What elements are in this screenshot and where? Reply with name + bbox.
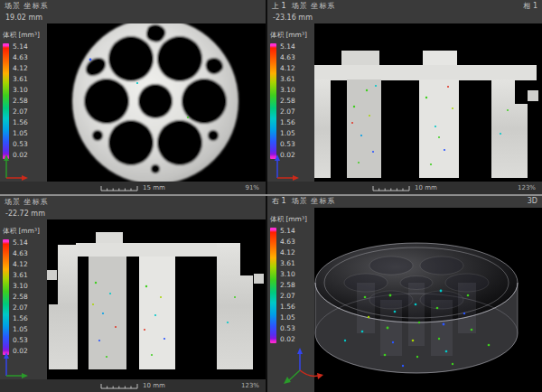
- colorbar-tick: 0.53: [13, 337, 28, 344]
- colorbar-tick: 2.07: [280, 108, 295, 116]
- volume-colorbar[interactable]: [270, 228, 276, 343]
- colorbar-tick: 4.63: [280, 54, 295, 61]
- colorbar-tick: 2.07: [280, 293, 295, 300]
- volume-colorbar[interactable]: [3, 43, 9, 159]
- colorbar-tick: 0.02: [280, 336, 295, 343]
- colorbar-tick: 5.14: [280, 228, 295, 235]
- coordinate-system-label: 场景 坐标系: [292, 2, 336, 11]
- colorbar-tick: 5.14: [280, 43, 295, 51]
- colorbar-tick: 4.12: [13, 65, 28, 72]
- colorbar-tick: 4.12: [280, 65, 295, 72]
- axis-indicator-3d: [280, 345, 327, 387]
- zoom-percentage: 123%: [518, 184, 536, 191]
- viewport-header: 右 1 场景 坐标系 3D: [267, 196, 542, 208]
- viewport-statusbar: 10 mm 123%: [267, 182, 542, 194]
- view-tab-label[interactable]: 上 1: [272, 2, 286, 11]
- viewport-divider-horizontal[interactable]: [0, 194, 542, 196]
- ruler-icon: [372, 184, 412, 191]
- viewport-header: 场景 坐标系 -22.72 mm: [0, 196, 266, 219]
- colorbar-tick: 2.58: [13, 98, 28, 105]
- colorbar-tick: 4.12: [13, 261, 28, 268]
- colorbar-tick: 4.63: [13, 250, 28, 257]
- colorbar-tick: 3.10: [280, 87, 295, 94]
- colorbar-tick: 2.58: [280, 282, 295, 289]
- colorbar-tick: 2.58: [13, 294, 28, 301]
- ruler-label: 10 mm: [415, 184, 437, 191]
- ruler-label: 10 mm: [143, 382, 165, 389]
- colorbar-tick: 0.53: [280, 325, 295, 332]
- axis-indicator: [1, 350, 30, 380]
- colorbar-tick: 1.56: [280, 119, 295, 126]
- colorbar-tick: 3.61: [280, 76, 295, 83]
- colorbar-title: 体积 [mm³]: [270, 215, 314, 224]
- slice-position-value: -23.16 mm: [272, 14, 537, 23]
- colorbar-tick: 0.53: [13, 141, 28, 148]
- colorbar-tick: 1.56: [13, 315, 28, 322]
- coordinate-system-label: 场景 坐标系: [5, 2, 49, 11]
- axis-indicator: [1, 152, 30, 182]
- colorbar-tick: 3.61: [13, 76, 28, 83]
- viewport-statusbar: 10 mm 123%: [0, 379, 266, 392]
- scale-ruler: 10 mm: [100, 382, 165, 389]
- colorbar-title: 体积 [mm³]: [3, 31, 47, 40]
- colorbar-ticks: 5.144.634.123.613.102.582.071.561.050.53…: [280, 228, 295, 343]
- coordinate-system-label: 场景 坐标系: [5, 198, 49, 207]
- colorbar-tick: 3.10: [13, 283, 28, 290]
- colorbar-ticks: 5.144.634.123.613.102.582.071.561.050.53…: [13, 43, 28, 159]
- colorbar-tick: 3.61: [280, 260, 295, 267]
- viewport-side-slice[interactable]: 场景 坐标系 -22.72 mm 体积 [mm³] 5.144.634.123.…: [0, 196, 266, 392]
- colorbar-tick: 3.10: [13, 87, 28, 94]
- scale-ruler: 15 mm: [100, 184, 165, 191]
- colorbar-tick: 0.53: [280, 141, 295, 148]
- view-mode-label: 3D: [528, 197, 537, 206]
- colorbar-tick: 1.56: [13, 119, 28, 126]
- colorbar-tick: 1.05: [280, 314, 295, 322]
- colorbar-tick: 1.05: [13, 326, 28, 333]
- volume-colorbar[interactable]: [3, 239, 9, 355]
- colorbar-ticks: 5.144.634.123.613.102.582.071.561.050.53…: [280, 43, 295, 159]
- colorbar-tick: 1.56: [280, 303, 295, 311]
- view-tab-label[interactable]: 右 1: [272, 197, 286, 206]
- viewport-front-slice[interactable]: 上 1 场景 坐标系 相 1 -23.16 mm 体积 [mm³] 5.144.…: [267, 0, 542, 194]
- viewport-3d[interactable]: 右 1 场景 坐标系 3D 体积 [mm³] 5.144.634.123.613…: [267, 196, 542, 392]
- colorbar-tick: 1.05: [13, 130, 28, 137]
- camera-label: 相 1: [523, 2, 537, 11]
- viewport-header: 上 1 场景 坐标系 相 1 -23.16 mm: [267, 0, 542, 23]
- viewport-divider-vertical: [266, 0, 267, 392]
- ruler-icon: [100, 382, 140, 389]
- colorbar-tick: 5.14: [13, 239, 28, 247]
- ruler-icon: [100, 184, 140, 191]
- slice-position-value: -22.72 mm: [5, 210, 261, 219]
- zoom-percentage: 123%: [241, 382, 259, 389]
- colorbar-ticks: 5.144.634.123.613.102.582.071.561.050.53…: [13, 239, 28, 355]
- colorbar-tick: 4.12: [280, 249, 295, 257]
- colorbar-tick: 4.63: [13, 54, 28, 61]
- colorbar-tick: 5.14: [13, 43, 28, 51]
- zoom-percentage: 91%: [245, 184, 259, 191]
- colorbar-tick: 3.61: [13, 272, 28, 279]
- colorbar-tick: 1.05: [280, 130, 295, 137]
- volume-colorbar[interactable]: [270, 43, 276, 159]
- coordinate-system-label: 场景 坐标系: [292, 197, 336, 206]
- viewport-statusbar: 15 mm 91%: [0, 182, 266, 194]
- slice-position-value: 19.02 mm: [5, 14, 261, 23]
- colorbar-tick: 3.10: [280, 271, 295, 278]
- viewport-top-slice[interactable]: 场景 坐标系 19.02 mm 体积 [mm³] 5.144.634.123.6…: [0, 0, 266, 194]
- axis-indicator: [270, 152, 299, 182]
- colorbar-title: 体积 [mm³]: [3, 227, 47, 236]
- ruler-label: 15 mm: [143, 184, 165, 191]
- colorbar-tick: 2.07: [13, 108, 28, 116]
- colorbar-tick: 4.63: [280, 238, 295, 246]
- ct-analysis-window: 场景 坐标系 19.02 mm 体积 [mm³] 5.144.634.123.6…: [0, 0, 542, 392]
- viewport-header: 场景 坐标系 19.02 mm: [0, 0, 266, 23]
- colorbar-tick: 2.07: [13, 304, 28, 312]
- colorbar-tick: 2.58: [280, 98, 295, 105]
- scale-ruler: 10 mm: [372, 184, 437, 191]
- colorbar-title: 体积 [mm³]: [270, 31, 314, 40]
